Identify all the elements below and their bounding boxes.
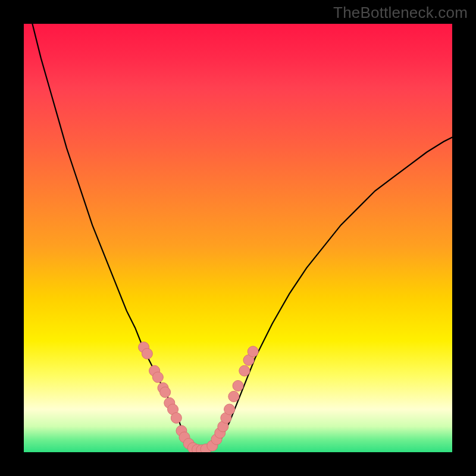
marker-point [224,404,235,415]
marker-group [139,342,259,452]
marker-point [233,380,243,391]
marker-point [171,412,181,423]
marker-point [228,391,239,402]
marker-point [248,346,258,357]
marker-point [142,348,152,359]
marker-point [160,387,171,397]
marker-point [239,365,250,376]
marker-point [152,372,163,383]
watermark-text: TheBottleneck.com [333,4,468,22]
chart-svg [24,24,452,452]
chart-frame: TheBottleneck.com [0,0,476,476]
plot-area [24,24,452,452]
